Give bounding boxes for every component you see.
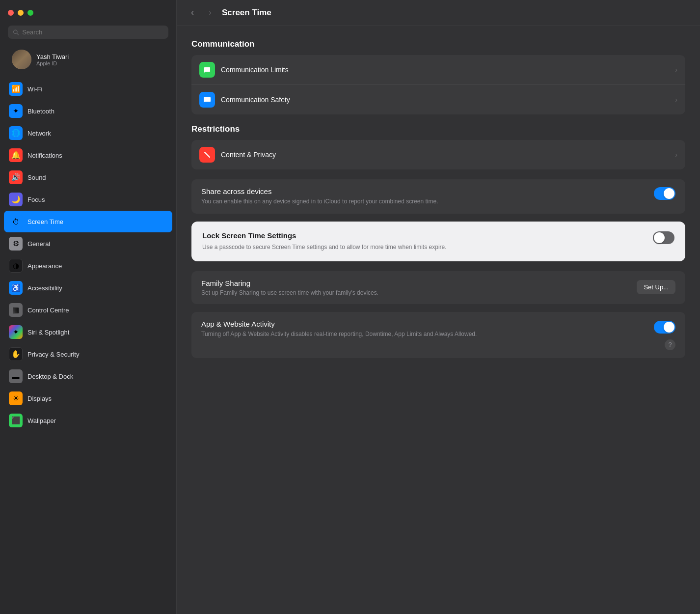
focus-icon: 🌙 [9, 193, 23, 206]
sidebar-item-controlcentre[interactable]: ▦Control Centre [4, 299, 172, 321]
siri-icon: ✦ [9, 325, 23, 339]
content-privacy-row[interactable]: Content & Privacy › [191, 140, 685, 169]
wallpaper-icon: ⬛ [9, 414, 23, 427]
comm-safety-title: Communication Safety [221, 96, 671, 104]
sidebar-item-wallpaper[interactable]: ⬛Wallpaper [4, 410, 172, 431]
activity-text: App & Website Activity Turning off App &… [201, 320, 646, 338]
activity-toggle-thumb [664, 322, 674, 333]
sidebar-item-wifi[interactable]: 📶Wi-Fi [4, 78, 172, 100]
user-profile[interactable]: Yash Tiwari Apple ID [4, 45, 172, 74]
general-icon: ⚙ [9, 237, 23, 251]
comm-limits-title: Communication Limits [221, 66, 671, 74]
app-website-activity-row: App & Website Activity Turning off App &… [191, 312, 685, 358]
lock-subtitle: Use a passcode to secure Screen Time set… [202, 243, 546, 251]
setup-button[interactable]: Set Up... [637, 280, 675, 294]
communication-limits-row[interactable]: Communication Limits › [191, 55, 685, 85]
close-button[interactable] [8, 10, 14, 16]
minimize-button[interactable] [18, 10, 24, 16]
search-icon [13, 29, 19, 36]
content-privacy-content: Content & Privacy [221, 151, 671, 159]
sidebar-item-network[interactable]: 🌐Network [4, 122, 172, 144]
comm-limits-icon [199, 62, 215, 78]
activity-subtitle: Turning off App & Website Activity disab… [201, 330, 535, 338]
communication-group: Communication Limits › Communication Saf… [191, 55, 685, 114]
accessibility-icon: ♿ [9, 281, 23, 295]
sidebar-item-screentime[interactable]: ⏱Screen Time [4, 211, 172, 232]
share-subtitle: You can enable this on any device signed… [201, 197, 654, 206]
main-content: ‹ › Screen Time Communication Communicat… [177, 0, 700, 614]
sidebar-item-label-desktop: Desktop & Dock [27, 373, 73, 380]
bluetooth-icon: ✦ [9, 104, 23, 118]
content-area: Communication Communication Limits › [177, 26, 700, 614]
sidebar-item-focus[interactable]: 🌙Focus [4, 189, 172, 210]
back-button[interactable]: ‹ [187, 7, 198, 19]
controlcentre-icon: ▦ [9, 303, 23, 317]
sidebar-item-label-general: General [27, 240, 50, 248]
svg-line-1 [17, 33, 19, 35]
sidebar-item-label-sound: Sound [27, 174, 46, 181]
family-text: Family Sharing Set up Family Sharing to … [201, 279, 629, 296]
help-button[interactable]: ? [665, 339, 675, 350]
maximize-button[interactable] [27, 10, 33, 16]
sound-icon: 🔊 [9, 170, 23, 184]
sidebar-item-label-wifi: Wi-Fi [27, 85, 42, 93]
activity-toggle[interactable] [654, 321, 675, 334]
sidebar-item-label-network: Network [27, 130, 51, 137]
sidebar-item-label-bluetooth: Bluetooth [27, 108, 54, 115]
user-name: Yash Tiwari [36, 53, 69, 60]
family-sharing-row: Family Sharing Set up Family Sharing to … [191, 271, 685, 304]
sidebar-item-accessibility[interactable]: ♿Accessibility [4, 277, 172, 299]
activity-title: App & Website Activity [201, 320, 646, 328]
sidebar-item-sound[interactable]: 🔊Sound [4, 167, 172, 188]
share-toggle-thumb [664, 188, 674, 199]
lock-screen-card: Lock Screen Time Settings Use a passcode… [191, 222, 685, 261]
family-subtitle: Set up Family Sharing to use screen time… [201, 289, 629, 296]
communication-section-label: Communication [191, 39, 685, 49]
content-privacy-chevron: › [675, 151, 677, 159]
page-title: Screen Time [222, 8, 271, 18]
sidebar-item-general[interactable]: ⚙General [4, 233, 172, 254]
sidebar-item-displays[interactable]: ☀Displays [4, 388, 172, 409]
sidebar-item-appearance[interactable]: ◑Appearance [4, 255, 172, 277]
restrictions-group: Content & Privacy › [191, 140, 685, 169]
sidebar-item-label-siri: Siri & Spotlight [27, 329, 69, 336]
forward-button[interactable]: › [204, 7, 216, 19]
comm-safety-content: Communication Safety [221, 96, 671, 104]
comm-limits-chevron: › [675, 66, 677, 74]
share-toggle[interactable] [654, 187, 675, 200]
share-across-devices-row: Share across devices You can enable this… [191, 179, 685, 214]
sidebar-item-label-notifications: Notifications [27, 152, 62, 159]
displays-icon: ☀ [9, 391, 23, 405]
notifications-icon: 🔔 [9, 148, 23, 162]
user-info: Yash Tiwari Apple ID [36, 53, 69, 66]
lock-toggle[interactable] [653, 231, 674, 244]
sidebar-item-label-displays: Displays [27, 395, 52, 402]
search-input[interactable] [22, 28, 163, 36]
network-icon: 🌐 [9, 126, 23, 140]
sidebar-item-label-accessibility: Accessibility [27, 284, 62, 292]
sidebar-item-siri[interactable]: ✦Siri & Spotlight [4, 321, 172, 343]
comm-safety-icon [199, 92, 215, 108]
sidebar: Yash Tiwari Apple ID 📶Wi-Fi✦Bluetooth🌐Ne… [0, 0, 177, 614]
comm-safety-chevron: › [675, 96, 677, 104]
sidebar-item-desktop[interactable]: ▬Desktop & Dock [4, 365, 172, 387]
communication-safety-row[interactable]: Communication Safety › [191, 85, 685, 114]
user-subtitle: Apple ID [36, 60, 69, 66]
wifi-icon: 📶 [9, 82, 23, 96]
sidebar-item-bluetooth[interactable]: ✦Bluetooth [4, 100, 172, 122]
svg-point-0 [14, 30, 17, 33]
sidebar-item-label-focus: Focus [27, 196, 45, 203]
lock-toggle-thumb [654, 232, 665, 243]
share-title: Share across devices [201, 187, 654, 195]
activity-container: App & Website Activity Turning off App &… [191, 312, 685, 358]
appearance-icon: ◑ [9, 259, 23, 273]
sidebar-item-label-privacy: Privacy & Security [27, 351, 79, 358]
sidebar-item-label-screentime: Screen Time [27, 218, 63, 225]
avatar [12, 50, 31, 69]
content-privacy-title: Content & Privacy [221, 151, 671, 159]
sidebar-item-label-wallpaper: Wallpaper [27, 417, 56, 424]
search-bar[interactable] [8, 26, 168, 39]
privacy-icon: ✋ [9, 347, 23, 361]
sidebar-item-privacy[interactable]: ✋Privacy & Security [4, 343, 172, 365]
sidebar-item-notifications[interactable]: 🔔Notifications [4, 144, 172, 166]
